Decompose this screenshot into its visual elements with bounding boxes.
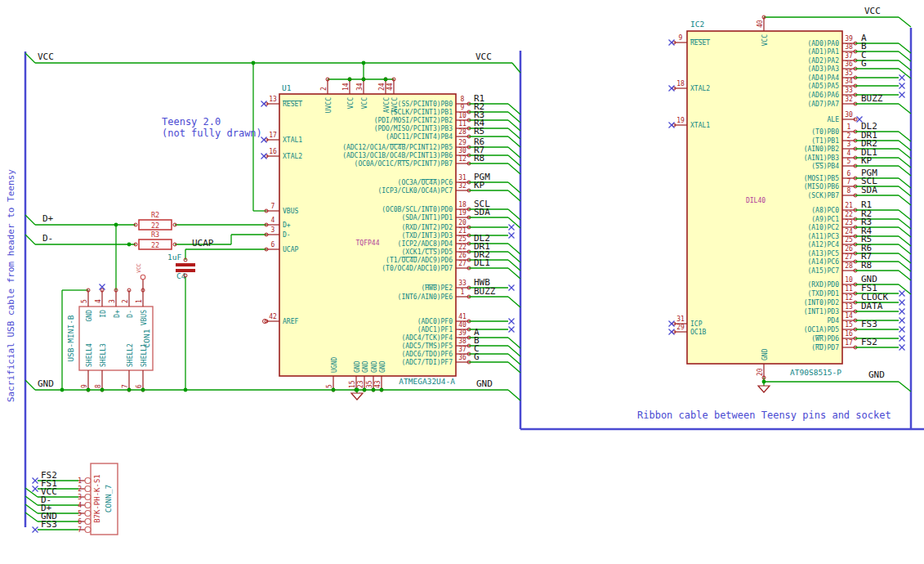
pin-name[interactable]: SHELL3 (100, 343, 107, 367)
pin-name[interactable]: (MISO)PB6 (804, 183, 840, 190)
pin-number[interactable]: 12 (458, 155, 466, 163)
bus-entry[interactable] (899, 158, 911, 168)
net-label-GND[interactable]: GND (868, 369, 885, 380)
pin-number[interactable]: 4 (95, 299, 102, 303)
pin-number[interactable]: 5 (326, 384, 333, 388)
pin-name[interactable]: (A11)PC3 (807, 233, 839, 240)
pin-number[interactable]: 13 (845, 303, 853, 311)
component-value[interactable]: B7K-PH-K-S1 (93, 474, 101, 523)
pin-number[interactable]: 12 (845, 294, 853, 302)
pin-number[interactable]: 30 (458, 147, 466, 154)
bus-entry[interactable] (25, 215, 35, 225)
pin-number[interactable]: 10 (845, 276, 853, 284)
net-label-SDA[interactable]: SDA (861, 185, 877, 195)
pin-number[interactable]: 1 (136, 299, 143, 303)
pin-number[interactable]: 16 (269, 148, 277, 155)
ref-designator[interactable]: R2 (151, 211, 159, 219)
pin-number[interactable]: 21 (845, 202, 853, 209)
pin-number[interactable]: 43 (374, 380, 382, 388)
note-ribbon[interactable]: Ribbon cable between Teensy pins and soc… (637, 410, 891, 421)
note-teensy[interactable]: Teensy 2.0 (not fully drawn) (162, 116, 262, 139)
pin-name[interactable]: (ICP2/ADC8)PD4 (398, 240, 453, 248)
pin-name[interactable]: AREF (283, 318, 298, 325)
pin-number[interactable]: 1 (78, 477, 82, 485)
net-label-DL1[interactable]: DL1 (474, 257, 490, 268)
net-label-FS2[interactable]: FS2 (861, 337, 877, 347)
component-footprint[interactable]: TQFP44 (356, 239, 380, 247)
pin-number[interactable]: 28 (845, 262, 853, 270)
pin-number[interactable]: 7 (122, 384, 129, 388)
pin-number[interactable]: 23 (845, 219, 853, 226)
resistor-R3[interactable]: R322 (134, 231, 176, 249)
bus-entry[interactable] (899, 262, 911, 271)
pin-number[interactable]: 27 (845, 253, 853, 261)
ref-designator[interactable]: R3 (151, 231, 159, 239)
pin-name[interactable]: (INT6/AIN0)PE6 (398, 293, 453, 301)
pin-number[interactable]: 32 (845, 96, 853, 103)
pin-number[interactable]: 5 (81, 299, 88, 303)
pin-name[interactable]: AVCC (383, 97, 391, 113)
bus-entry[interactable] (508, 244, 520, 254)
pin-name[interactable]: VCC (361, 97, 368, 110)
pin-name[interactable]: VCC (347, 97, 355, 110)
pin-name[interactable]: (ADC11/PCINT4)PB4 (386, 133, 453, 141)
pin-number[interactable]: 7 (78, 526, 82, 534)
pin-name[interactable]: AVCC (391, 97, 399, 113)
pin-number[interactable]: 3 (847, 141, 851, 148)
pin-name[interactable]: ICP (690, 320, 703, 328)
bus-entry[interactable] (508, 209, 520, 220)
pin-number[interactable]: 6 (271, 241, 275, 248)
bus-entry[interactable] (508, 297, 520, 307)
pin-name[interactable]: (TXD)PD1 (807, 290, 839, 298)
pin-number[interactable]: 9 (81, 384, 88, 388)
pin-name[interactable]: (RXD/INT2)PD2 (401, 224, 453, 231)
pin-number[interactable]: 17 (845, 339, 853, 347)
pin-name[interactable]: (A9)PC1 (811, 216, 839, 223)
net-label-SDA[interactable]: SDA (474, 207, 490, 217)
component-U1[interactable]: U1ATMEGA32U4-ATQFP4413RESET17XTAL116XTAL… (261, 78, 521, 392)
pin-number[interactable]: 19 (676, 117, 685, 124)
bus-entry[interactable] (508, 390, 520, 401)
pin-name[interactable]: XTAL1 (690, 122, 710, 129)
pin-number[interactable]: 39 (458, 329, 466, 337)
pin-name[interactable]: D- (283, 231, 291, 239)
pin-number[interactable]: 6 (847, 170, 851, 177)
bus-entry[interactable] (899, 284, 911, 294)
pin-number[interactable]: 4 (847, 150, 851, 157)
net-label-GND[interactable]: GND (38, 378, 54, 389)
pin-number[interactable]: 17 (269, 132, 277, 139)
pin-number[interactable]: 29 (676, 324, 685, 331)
pin-name[interactable]: UCAP (283, 246, 298, 253)
pin-number[interactable]: 6 (78, 518, 82, 526)
pin-name[interactable]: (ICP3/CLK0/OC4A)PC7 (377, 187, 453, 195)
bus-entry[interactable] (508, 128, 520, 139)
pin-name[interactable]: (SDA/INT1)PD1 (401, 214, 453, 222)
bus-entry[interactable] (508, 104, 520, 114)
bus-entry[interactable] (508, 137, 520, 147)
pin-name[interactable]: (SS/PCINT0)PB0 (398, 101, 453, 108)
net-label-KP[interactable]: KP (861, 155, 873, 166)
component-value[interactable]: 22 (151, 241, 159, 249)
pin-number[interactable]: 33 (845, 87, 853, 94)
pin-name[interactable]: (ADC0)PF0 (417, 318, 453, 325)
pin-name[interactable]: GND (379, 360, 386, 373)
pin-number[interactable]: 26 (845, 245, 853, 253)
pin-number[interactable]: 14 (845, 312, 853, 320)
bus-entry[interactable] (899, 51, 911, 61)
pin-name[interactable]: (OC0B/SCL/INT0)PD0 (382, 206, 453, 213)
pin-name[interactable]: (AD7)PA7 (807, 101, 839, 108)
pin-name[interactable]: (A8)PC0 (811, 207, 839, 214)
bus-entry[interactable] (508, 362, 520, 373)
pin-number[interactable]: 36 (845, 60, 853, 68)
pin-name[interactable]: XTAL1 (283, 137, 302, 144)
pin-name[interactable]: (INT1)PD3 (804, 308, 840, 316)
pin-name[interactable]: ALE (828, 116, 840, 123)
pin-name[interactable]: UGND (331, 357, 338, 373)
bus-entry[interactable] (508, 163, 520, 174)
pin-name[interactable]: (OC0A/OC1C/RTS/PCINT7)PB7 (355, 160, 453, 168)
pin-name[interactable]: (MOSI)PB5 (804, 175, 840, 182)
bus-entry[interactable] (25, 504, 38, 513)
pin-name[interactable]: (A10)PC2 (807, 224, 839, 231)
pin-name[interactable]: (ADC1)PF1 (417, 326, 453, 333)
pin-name[interactable]: GND (86, 310, 93, 322)
